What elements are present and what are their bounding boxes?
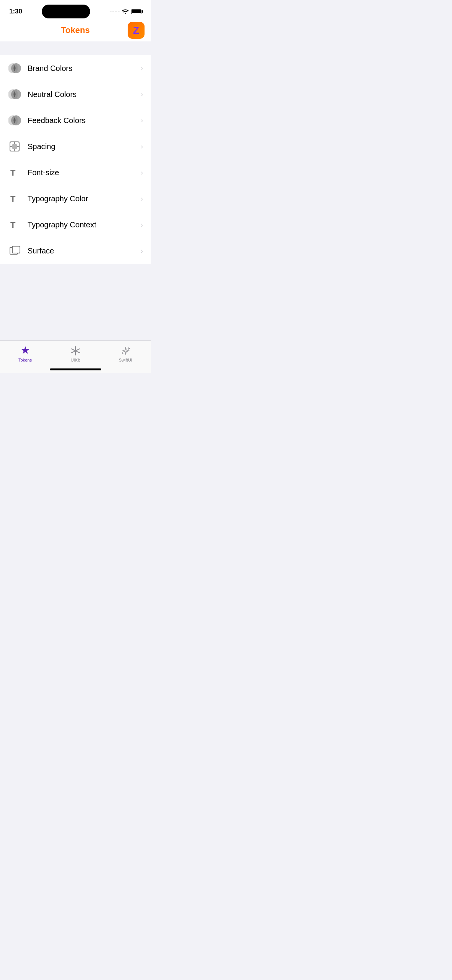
asterisk-icon — [70, 345, 81, 356]
chevron-right-icon: › — [141, 117, 143, 125]
tab-bar: Tokens UIKit SwiftUI — [0, 340, 151, 365]
typography-icon: T — [8, 166, 21, 179]
list-item[interactable]: T Font-size › — [0, 159, 151, 186]
palette-icon — [8, 61, 21, 75]
signal-icon — [110, 11, 120, 12]
list-item[interactable]: T Typography Color › — [0, 186, 151, 212]
app-icon-button[interactable]: Z — [128, 22, 145, 39]
svg-text:T: T — [10, 168, 16, 178]
dynamic-island — [42, 5, 90, 18]
list-item-label: Typography Context — [28, 220, 141, 229]
token-list: Brand Colors › Neutral Colors › — [0, 55, 151, 264]
navigation-bar: Tokens Z — [0, 21, 151, 41]
list-item-label: Spacing — [28, 142, 141, 151]
home-indicator — [0, 365, 151, 373]
chevron-right-icon: › — [141, 221, 143, 229]
chevron-right-icon: › — [141, 90, 143, 99]
sparkles-icon — [120, 345, 131, 356]
list-item-label: Typography Color — [28, 194, 141, 203]
app-icon-label: Z — [133, 25, 139, 36]
chevron-right-icon: › — [141, 64, 143, 72]
list-item[interactable]: Surface › — [0, 238, 151, 264]
status-icons — [110, 9, 141, 14]
list-item-label: Brand Colors — [28, 64, 141, 73]
tab-tokens-label: Tokens — [18, 358, 32, 362]
tab-swiftui-label: SwiftUI — [119, 358, 132, 362]
list-item[interactable]: Feedback Colors › — [0, 107, 151, 133]
list-item[interactable]: T Typography Context › — [0, 212, 151, 238]
tab-uikit-label: UIKit — [71, 358, 80, 362]
status-bar: 1:30 — [0, 0, 151, 21]
svg-rect-22 — [12, 246, 20, 253]
tab-uikit[interactable]: UIKit — [50, 345, 100, 362]
palette-icon — [8, 87, 21, 101]
svg-rect-13 — [12, 144, 17, 149]
surface-icon — [8, 244, 21, 258]
battery-icon — [131, 9, 141, 14]
typography-icon: T — [8, 192, 21, 206]
svg-text:T: T — [10, 220, 16, 230]
typography-icon: T — [8, 218, 21, 232]
star-icon — [20, 345, 31, 356]
spacing-icon — [8, 140, 21, 153]
svg-text:T: T — [10, 194, 16, 204]
section-gap — [0, 41, 151, 55]
nav-title: Tokens — [61, 25, 90, 35]
chevron-right-icon: › — [141, 247, 143, 255]
list-item-label: Feedback Colors — [28, 116, 141, 125]
home-bar — [50, 368, 101, 370]
list-item[interactable]: Spacing › — [0, 133, 151, 159]
tab-swiftui[interactable]: SwiftUI — [100, 345, 151, 362]
chevron-right-icon: › — [141, 143, 143, 151]
list-item[interactable]: Neutral Colors › — [0, 81, 151, 107]
list-item-label: Neutral Colors — [28, 90, 141, 99]
wifi-icon — [122, 9, 129, 14]
list-item-label: Surface — [28, 247, 141, 255]
list-item-label: Font-size — [28, 168, 141, 177]
chevron-right-icon: › — [141, 169, 143, 177]
chevron-right-icon: › — [141, 195, 143, 203]
tab-tokens[interactable]: Tokens — [0, 345, 50, 362]
palette-icon — [8, 113, 21, 127]
list-item[interactable]: Brand Colors › — [0, 55, 151, 81]
status-time: 1:30 — [9, 8, 22, 15]
bottom-background — [0, 264, 151, 340]
